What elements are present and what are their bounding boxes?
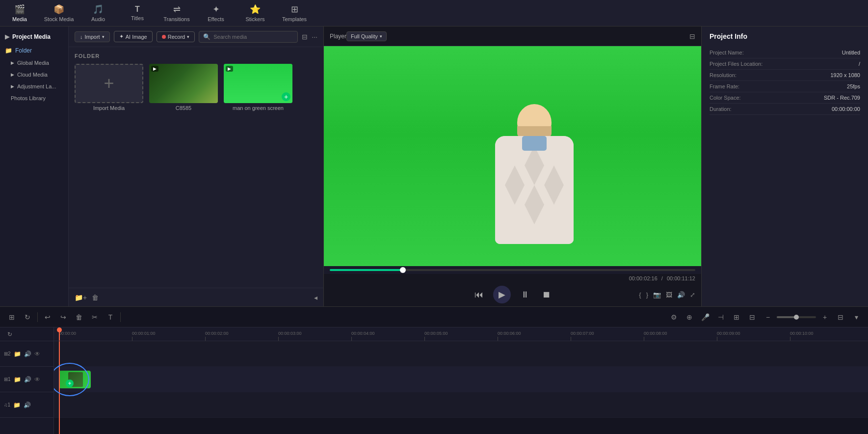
- search-box: 🔍: [199, 31, 298, 43]
- timeline-magnet-btn[interactable]: ⊕: [684, 311, 695, 323]
- ruler-line-9: [717, 337, 717, 341]
- progress-track[interactable]: [330, 269, 695, 271]
- fullscreen-button[interactable]: ⤢: [690, 291, 695, 298]
- nav-transitions[interactable]: ⇌ Transitions: [157, 0, 196, 27]
- timeline-redo-btn[interactable]: ↪: [57, 311, 69, 323]
- nav-stickers[interactable]: ⭐ Stickers: [236, 0, 275, 27]
- mark-out-button[interactable]: }: [646, 291, 648, 298]
- timeline-loop-icon[interactable]: ↻: [4, 328, 16, 340]
- nav-media[interactable]: 🎬 Media: [0, 0, 39, 27]
- import-icon: ↓: [80, 34, 83, 40]
- timeline-overlay-btn[interactable]: ⊞: [731, 311, 742, 323]
- skip-back-button[interactable]: ⏮: [472, 287, 486, 302]
- folder-icon: 📁: [5, 47, 12, 54]
- zoom-handle[interactable]: [794, 315, 799, 320]
- timeline-delete-btn[interactable]: 🗑: [73, 311, 85, 323]
- timeline-text-btn[interactable]: T: [105, 311, 116, 323]
- timeline-add-media-btn[interactable]: ⊞: [6, 311, 18, 323]
- timeline-area: ⊞ ↻ ↩ ↪ 🗑 ✂ T ⚙ ⊕ 🎤 ⊣ ⊞ ⊟ − + ⊟ ▾: [0, 306, 868, 434]
- sidebar-item-folder[interactable]: 📁 Folder: [0, 44, 68, 57]
- audio-track-volume-icon[interactable]: 🔊: [24, 402, 31, 408]
- info-row-color-space: Color Space: SDR - Rec.709: [710, 92, 860, 104]
- info-row-duration: Duration: 00:00:00:00: [710, 104, 860, 115]
- zoom-out-btn[interactable]: −: [762, 311, 774, 323]
- record-button[interactable]: Record ▾: [157, 31, 195, 42]
- track1-volume-icon[interactable]: 🔊: [24, 376, 31, 383]
- ruler-line-4: [351, 337, 352, 341]
- timeline-fit-btn[interactable]: ⊟: [746, 311, 758, 323]
- zoom-in-btn[interactable]: +: [819, 311, 831, 323]
- sidebar-item-cloud-media[interactable]: ▶ Cloud Media: [0, 69, 68, 81]
- timeline-insert-btn[interactable]: ⊣: [715, 311, 727, 323]
- ai-image-button[interactable]: ✦ AI Image: [114, 31, 153, 42]
- person-head: [517, 104, 552, 141]
- import-media-item[interactable]: + Import Media: [75, 64, 143, 111]
- timeline-split-btn[interactable]: ✂: [89, 311, 101, 323]
- media-c8585-label: C8585: [176, 105, 191, 111]
- nav-stock-media[interactable]: 📦 Stock Media: [39, 0, 79, 27]
- screenshot-button[interactable]: 🖼: [666, 291, 672, 298]
- progress-handle[interactable]: [400, 267, 406, 273]
- nav-titles[interactable]: T Titles: [118, 0, 157, 27]
- track2-folder-icon[interactable]: 📁: [14, 351, 21, 357]
- record-label: Record: [168, 34, 185, 40]
- search-input[interactable]: [213, 34, 293, 40]
- timeline-snap-btn[interactable]: ⚙: [668, 311, 680, 323]
- track-clip-green-screen[interactable]: +: [59, 371, 91, 388]
- ruler-mark-0: 00:00:00: [59, 331, 132, 341]
- stop-button[interactable]: ⏹: [539, 287, 554, 302]
- time-separator: /: [661, 275, 663, 281]
- quality-selector[interactable]: Full Quality ▾: [346, 31, 387, 41]
- media-icon: 🎬: [14, 4, 25, 15]
- media-item-green-screen[interactable]: ▶ + man on green screen: [224, 64, 292, 111]
- zoom-track[interactable]: [777, 316, 816, 318]
- track1-folder-icon[interactable]: 📁: [14, 376, 21, 383]
- import-button[interactable]: ↓ Import ▾: [75, 31, 110, 42]
- nav-templates[interactable]: ⊞ Templates: [275, 0, 314, 27]
- nav-media-label: Media: [12, 16, 27, 22]
- ruler-mark-6: 00:00:06:00: [498, 331, 571, 341]
- pause-button[interactable]: ⏸: [518, 287, 532, 302]
- timeline-undo-btn[interactable]: ↩: [42, 311, 53, 323]
- audio-track-folder-icon[interactable]: 📁: [13, 402, 21, 408]
- track2-eye-icon[interactable]: 👁: [34, 351, 40, 357]
- info-value-color-space: SDR - Rec.709: [824, 95, 860, 101]
- sidebar-item-global-media[interactable]: ▶ Global Media: [0, 57, 68, 69]
- player-settings-icon[interactable]: ⊟: [689, 32, 695, 40]
- timeline-toolbar: ⊞ ↻ ↩ ↪ 🗑 ✂ T ⚙ ⊕ 🎤 ⊣ ⊞ ⊟ − + ⊟ ▾: [0, 307, 868, 327]
- sidebar-item-adjustment-layer[interactable]: ▶ Adjustment La...: [0, 81, 68, 92]
- ruler-mark-7: 00:00:07:00: [571, 331, 644, 341]
- ruler-line-0: [59, 337, 59, 341]
- quality-dropdown-icon: ▾: [380, 34, 382, 39]
- filter-icon[interactable]: ⊟: [302, 33, 308, 41]
- collapse-icon[interactable]: ◂: [314, 294, 317, 301]
- video-content: [324, 46, 701, 266]
- media-toolbar: ↓ Import ▾ ✦ AI Image Record ▾ 🔍: [69, 27, 323, 47]
- ruler-mark-3: 00:00:03:00: [278, 331, 351, 341]
- panel-bottom: 📁+ 🗑 ◂: [69, 288, 323, 306]
- snapshot-button[interactable]: 📷: [653, 291, 661, 298]
- sidebar-item-photos-library[interactable]: Photos Library: [0, 92, 68, 104]
- sidebar-title: Project Media: [12, 33, 51, 40]
- info-label-location: Project Files Location:: [710, 61, 763, 67]
- tl-sep-2: [120, 312, 121, 322]
- timeline-more-btn[interactable]: ▾: [850, 311, 862, 323]
- timeline-view-btn[interactable]: ⊟: [835, 311, 846, 323]
- track-row-video1: +: [54, 367, 868, 392]
- nav-audio[interactable]: 🎵 Audio: [79, 0, 118, 27]
- import-dropdown-icon: ▾: [102, 34, 105, 39]
- nav-effects[interactable]: ✦ Effects: [196, 0, 236, 27]
- timeline-loop-btn[interactable]: ↻: [22, 311, 33, 323]
- track1-eye-icon[interactable]: 👁: [34, 376, 40, 383]
- add-to-timeline-btn[interactable]: +: [282, 92, 290, 101]
- more-options-icon[interactable]: ···: [312, 33, 317, 41]
- delete-icon[interactable]: 🗑: [92, 294, 99, 301]
- add-folder-icon[interactable]: 📁+: [75, 294, 87, 301]
- track2-volume-icon[interactable]: 🔊: [24, 351, 31, 357]
- mark-in-button[interactable]: {: [639, 291, 641, 298]
- media-item-c8585[interactable]: ▶ C8585: [149, 64, 218, 111]
- audio-button[interactable]: 🔊: [677, 291, 685, 298]
- play-button[interactable]: ▶: [493, 286, 511, 303]
- info-label-duration: Duration:: [710, 106, 732, 112]
- timeline-audio-btn[interactable]: 🎤: [699, 311, 711, 323]
